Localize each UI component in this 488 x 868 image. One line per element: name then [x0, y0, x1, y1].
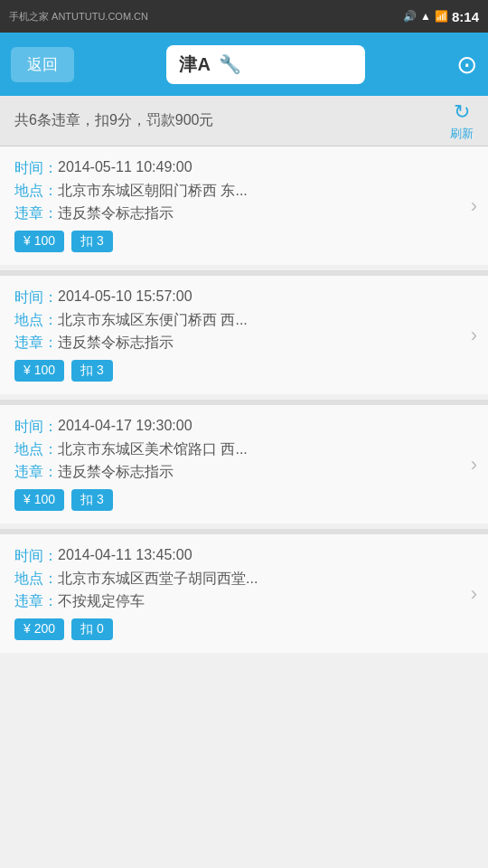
- violation-item[interactable]: 时间： 2014-05-10 15:57:00 地点： 北京市东城区东便门桥西 …: [0, 276, 488, 394]
- wifi-icon: ▲: [420, 10, 431, 23]
- violation-row: 违章： 不按规定停车: [14, 592, 474, 611]
- plate-input-wrap[interactable]: 津A 🔧: [166, 45, 365, 84]
- time-label: 时间：: [14, 547, 58, 566]
- plate-number: 津A: [179, 52, 211, 77]
- location-row: 地点： 北京市东城区美术馆路口 西...: [14, 440, 474, 459]
- violation-label: 违章：: [14, 204, 58, 223]
- refresh-label: 刷新: [450, 126, 474, 142]
- chevron-right-icon: ›: [471, 582, 477, 606]
- location-label: 地点：: [14, 182, 58, 201]
- vio-tags: ¥ 100 扣 3: [14, 489, 474, 511]
- fine-tag: ¥ 100: [14, 489, 64, 511]
- time-label: 时间：: [14, 418, 58, 437]
- time-label: 时间：: [14, 288, 58, 307]
- location-value: 北京市东城区美术馆路口 西...: [58, 440, 248, 459]
- toolbar: 返回 津A 🔧 ⊙: [0, 33, 488, 96]
- points-tag: 扣 3: [71, 489, 113, 511]
- location-row: 地点： 北京市东城区朝阳门桥西 东...: [14, 182, 474, 201]
- volume-icon: 🔊: [403, 10, 417, 23]
- wrench-icon[interactable]: 🔧: [219, 53, 241, 75]
- violation-value: 违反禁令标志指示: [58, 463, 174, 482]
- points-tag: 扣 3: [71, 231, 113, 252]
- violation-label: 违章：: [14, 334, 58, 353]
- time-value: 2014-04-11 13:45:00: [58, 547, 192, 563]
- camera-icon: ⊙: [456, 51, 477, 79]
- violation-item[interactable]: 时间： 2014-04-17 19:30:00 地点： 北京市东城区美术馆路口 …: [0, 405, 488, 524]
- violation-row: 违章： 违反禁令标志指示: [14, 204, 474, 223]
- summary-bar: 共6条违章，扣9分，罚款900元 ↻ 刷新: [0, 96, 488, 146]
- status-right: 🔊 ▲ 📶 8:14: [403, 9, 479, 24]
- fine-tag: ¥ 200: [14, 618, 64, 640]
- violation-value: 违反禁令标志指示: [58, 204, 174, 223]
- violation-list: 时间： 2014-05-11 10:49:00 地点： 北京市东城区朝阳门桥西 …: [0, 146, 488, 868]
- vio-tags: ¥ 100 扣 3: [14, 231, 474, 252]
- violation-row: 违章： 违反禁令标志指示: [14, 463, 474, 482]
- location-label: 地点：: [14, 311, 58, 330]
- location-value: 北京市东城区西堂子胡同西堂...: [58, 570, 258, 589]
- time-label: 时间：: [14, 159, 58, 178]
- time-value: 2014-04-17 19:30:00: [58, 418, 192, 434]
- fine-tag: ¥ 100: [14, 231, 64, 252]
- signal-icon: 📶: [435, 10, 448, 23]
- location-row: 地点： 北京市东城区东便门桥西 西...: [14, 311, 474, 330]
- summary-text: 共6条违章，扣9分，罚款900元: [14, 111, 214, 130]
- time-row: 时间： 2014-04-17 19:30:00: [14, 418, 474, 437]
- chevron-right-icon: ›: [471, 453, 477, 476]
- chevron-right-icon: ›: [471, 194, 477, 218]
- vio-tags: ¥ 100 扣 3: [14, 360, 474, 382]
- location-value: 北京市东城区朝阳门桥西 东...: [58, 182, 248, 201]
- location-value: 北京市东城区东便门桥西 西...: [58, 311, 248, 330]
- location-row: 地点： 北京市东城区西堂子胡同西堂...: [14, 570, 474, 589]
- refresh-button[interactable]: ↻ 刷新: [450, 100, 474, 142]
- status-left-text: 手机之家 ANTUTUTU.COM.CN: [9, 10, 148, 24]
- back-button[interactable]: 返回: [11, 47, 74, 82]
- violation-row: 违章： 违反禁令标志指示: [14, 334, 474, 353]
- violation-label: 违章：: [14, 592, 58, 611]
- time-value: 2014-05-11 10:49:00: [58, 159, 192, 175]
- time-value: 2014-05-10 15:57:00: [58, 288, 192, 305]
- time-row: 时间： 2014-04-11 13:45:00: [14, 547, 474, 566]
- violation-item[interactable]: 时间： 2014-04-11 13:45:00 地点： 北京市东城区西堂子胡同西…: [0, 534, 488, 653]
- violation-label: 违章：: [14, 463, 58, 482]
- violation-value: 不按规定停车: [58, 592, 145, 611]
- status-bar: 手机之家 ANTUTUTU.COM.CN 🔊 ▲ 📶 8:14: [0, 0, 488, 33]
- points-tag: 扣 3: [71, 360, 113, 382]
- violation-value: 违反禁令标志指示: [58, 334, 174, 353]
- refresh-icon: ↻: [454, 100, 470, 124]
- camera-button[interactable]: ⊙: [456, 50, 477, 80]
- status-time: 8:14: [452, 9, 479, 24]
- vio-tags: ¥ 200 扣 0: [14, 618, 474, 640]
- chevron-right-icon: ›: [471, 324, 477, 347]
- location-label: 地点：: [14, 570, 58, 589]
- violation-item[interactable]: 时间： 2014-05-11 10:49:00 地点： 北京市东城区朝阳门桥西 …: [0, 146, 488, 265]
- time-row: 时间： 2014-05-11 10:49:00: [14, 159, 474, 178]
- points-tag: 扣 0: [71, 618, 113, 640]
- fine-tag: ¥ 100: [14, 360, 64, 382]
- location-label: 地点：: [14, 440, 58, 459]
- time-row: 时间： 2014-05-10 15:57:00: [14, 288, 474, 307]
